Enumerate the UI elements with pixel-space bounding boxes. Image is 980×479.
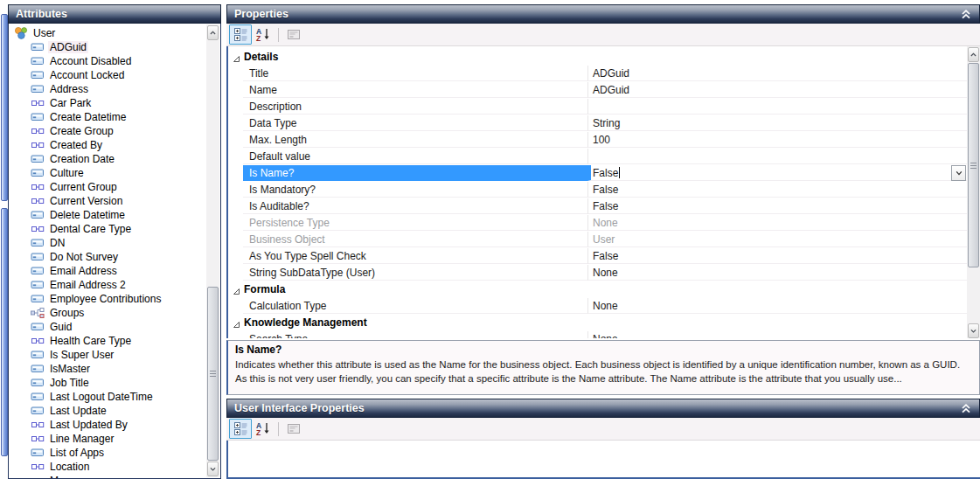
tree-item-culture[interactable]: Culture [9,166,86,180]
attributes-tree-scrollbar[interactable] [206,24,219,477]
property-row-business-object[interactable]: Business ObjectUser [228,232,967,248]
tree-item-employee-contributions[interactable]: Employee Contributions [9,292,163,306]
scroll-thumb[interactable] [968,63,979,267]
category-expander-icon[interactable] [233,53,240,66]
tree-item-is-super-user[interactable]: Is Super User [9,348,115,362]
property-value[interactable] [587,99,967,115]
property-value[interactable]: 100 [587,132,967,148]
property-value[interactable]: False [587,248,967,264]
property-label[interactable]: Data Type [243,115,587,131]
property-value[interactable]: ADGuid [587,82,967,98]
tree-item-last-logout-datetime[interactable]: Last Logout DateTime [9,390,155,404]
collapse-panel-icon[interactable] [960,402,972,414]
scroll-up-button[interactable] [968,47,979,62]
tree-item-account-locked[interactable]: Account Locked [9,68,126,82]
scroll-down-button[interactable] [207,462,219,476]
tree-item-list-of-apps[interactable]: List of Apps [9,446,106,460]
tree-item-last-update[interactable]: Last Update [9,404,108,418]
collapse-panel-icon[interactable] [960,8,972,20]
property-row-title[interactable]: TitleADGuid [228,66,967,82]
property-label[interactable]: As You Type Spell Check [243,248,587,264]
property-row-default-value[interactable]: Default value [228,149,967,165]
categorized-view-button[interactable] [229,419,252,439]
property-label[interactable]: Business Object [243,232,587,247]
property-value[interactable]: False [587,165,967,181]
tree-item-car-park[interactable]: Car Park [9,96,93,110]
property-value[interactable] [587,149,967,164]
property-label[interactable]: Title [243,66,587,81]
tree-item-account-disabled[interactable]: Account Disabled [9,54,133,68]
property-row-name[interactable]: NameADGuid [228,82,967,99]
property-row-calculation-type[interactable]: Calculation TypeNone [228,298,967,315]
tree-item-email-address[interactable]: Email Address [9,264,119,278]
property-label[interactable]: Default value [243,149,587,164]
category-expander-icon[interactable] [233,286,240,298]
category-row-formula[interactable]: Formula [228,281,967,298]
property-label[interactable]: Max. Length [243,132,587,148]
dock-edge-bar[interactable] [1,14,8,201]
property-pages-button[interactable] [282,419,305,439]
tree-item-health-care-type[interactable]: Health Care Type [9,334,133,348]
tree-item-email-address-2[interactable]: Email Address 2 [9,278,128,292]
property-row-is-mandatory-[interactable]: Is Mandatory?False [228,182,967,198]
tree-item-location[interactable]: Location [9,460,91,474]
scroll-down-button[interactable] [968,323,979,338]
category-row-details[interactable]: Details [228,49,967,66]
tree-item-create-datetime[interactable]: Create Datetime [9,110,128,124]
property-row-is-name-[interactable]: Is Name?False [228,165,967,182]
property-label[interactable]: Description [243,99,587,115]
property-value[interactable]: False [587,198,967,214]
property-row-max-length[interactable]: Max. Length100 [228,132,967,149]
property-value[interactable]: String [587,115,967,131]
category-row-knowledge-management[interactable]: Knowledge Management [228,315,967,331]
property-value[interactable]: False [587,182,967,198]
tree-item-current-group[interactable]: Current Group [9,180,119,194]
tree-item-address[interactable]: Address [9,82,90,96]
property-row-data-type[interactable]: Data TypeString [228,115,967,132]
tree-item-dental-care-type[interactable]: Dental Care Type [9,222,133,236]
tree-item-create-group[interactable]: Create Group [9,124,115,138]
tree-item-ismaster[interactable]: IsMaster [9,362,92,376]
property-row-description[interactable]: Description [228,99,967,115]
tree-item-do-not-survey[interactable]: Do Not Survey [9,250,120,264]
property-row-string-subdatatype-user-[interactable]: String SubDataType (User)None [228,265,967,281]
tree-item-line-manager[interactable]: Line Manager [9,432,115,446]
dock-edge-bar[interactable] [1,208,8,456]
tree-item-adguid[interactable]: ADGuid [9,40,88,54]
tree-item-job-title[interactable]: Job Title [9,376,91,390]
property-row-is-auditable-[interactable]: Is Auditable?False [228,198,967,215]
property-label[interactable]: Search Type [243,331,587,338]
tree-item-groups[interactable]: Groups [9,306,86,320]
alphabetical-sort-button[interactable]: A Z [252,419,275,439]
property-row-persistence-type[interactable]: Persistence TypeNone [228,215,967,232]
tree-item-creation-date[interactable]: Creation Date [9,152,116,166]
property-value[interactable]: ADGuid [587,66,967,81]
property-value[interactable]: User [587,232,967,247]
alphabetical-sort-button[interactable]: A Z [252,24,275,45]
property-label[interactable]: Is Auditable? [243,198,587,214]
tree-item-dn[interactable]: DN [9,236,66,250]
property-label[interactable]: String SubDataType (User) [243,265,587,281]
tree-item-current-version[interactable]: Current Version [9,194,124,208]
categorized-view-button[interactable] [229,24,252,45]
property-row-as-you-type-spell-check[interactable]: As You Type Spell CheckFalse [228,248,967,265]
scroll-thumb[interactable] [207,287,219,461]
property-value[interactable]: None [587,265,967,281]
tree-item-manager[interactable]: Manager [9,474,93,479]
property-label[interactable]: Is Mandatory? [243,182,587,198]
property-value[interactable]: None [587,215,967,231]
value-dropdown-button[interactable] [951,165,966,181]
property-grid-scrollbar[interactable] [967,46,980,338]
property-pages-button[interactable] [282,24,305,45]
property-value[interactable]: None [587,298,967,314]
property-label[interactable]: Persistence Type [243,215,587,231]
tree-root-user[interactable]: User [9,26,57,40]
tree-item-delete-datetime[interactable]: Delete Datetime [9,208,127,222]
tree-item-last-updated-by[interactable]: Last Updated By [9,418,129,432]
scroll-up-button[interactable] [207,25,219,40]
property-value[interactable]: None [587,331,967,338]
property-row-search-type[interactable]: Search TypeNone [228,331,967,338]
tree-item-created-by[interactable]: Created By [9,138,104,152]
tree-item-guid[interactable]: Guid [9,320,73,334]
property-label[interactable]: Calculation Type [243,298,587,314]
